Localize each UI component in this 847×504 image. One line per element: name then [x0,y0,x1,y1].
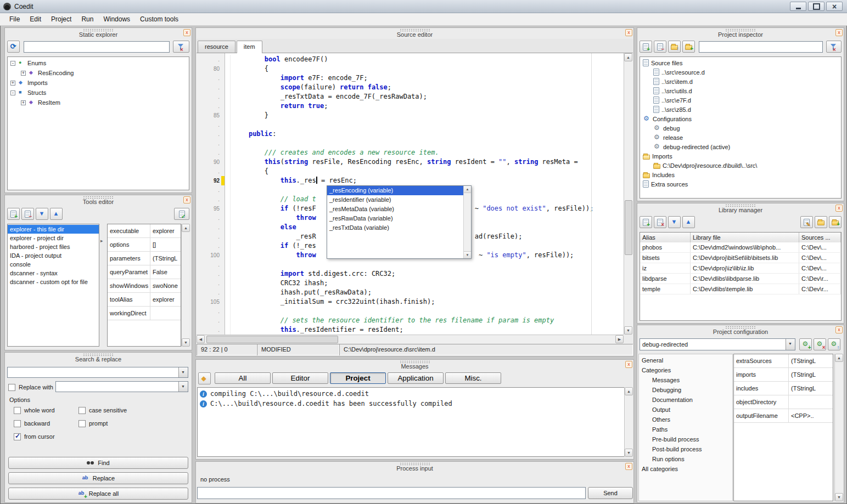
scroll-right-button[interactable]: ▶ [615,335,624,343]
grid-scrollbar[interactable]: ▲ ▼ [181,224,189,347]
replace-with-checkbox[interactable] [8,384,15,391]
dropdown-arrow-icon[interactable] [178,382,188,392]
property-row[interactable]: outputFilename <CPP>.. [734,409,833,423]
property-value[interactable]: swoNone [150,279,181,292]
editor-tab[interactable]: resource [198,41,235,53]
scrollbar-thumb[interactable] [625,200,632,255]
inspector-action-button[interactable] [682,41,695,53]
row-expander-icon[interactable]: ▸ [100,238,103,243]
close-panel-icon[interactable]: x [183,29,190,36]
category-tree-item[interactable]: Paths [639,424,732,434]
property-value[interactable]: (TStringL [789,368,833,381]
property-value[interactable]: <CPP>.. [789,409,833,422]
message-filter-button[interactable]: All [215,372,271,384]
tool-list-item[interactable]: explorer - project dir [8,234,99,242]
tool-list-item[interactable]: explorer - this file dir [8,225,99,234]
close-panel-icon[interactable]: x [625,463,632,470]
library-action-button[interactable] [654,216,666,228]
search-option[interactable]: backward [14,418,78,428]
property-row[interactable]: includes (TStringL [734,382,833,395]
configuration-action-button[interactable] [799,338,812,350]
code-line[interactable]: . import e7F: encode_7F; [197,73,624,83]
configuration-combo[interactable]: debug-redirected [640,338,795,350]
symbol-tree-item[interactable]: - Structs [8,88,189,98]
code-line[interactable]: 80 { [197,64,624,73]
completion-item[interactable]: _resEncoding (variable) [327,186,463,195]
menu-item[interactable]: Edit [25,14,46,25]
library-action-button[interactable] [668,216,681,228]
category-tree-item[interactable]: Others [639,415,732,424]
inspector-filter-input[interactable] [699,41,823,53]
dropdown-arrow-icon[interactable] [178,367,188,377]
clear-filter-button[interactable] [173,41,189,53]
completion-item[interactable]: _resIdentifier (variable) [327,195,463,205]
tree-expander-icon[interactable]: + [21,71,26,76]
library-row[interactable]: phobos C:\Dev\dmd2\windows\lib\phob... C… [640,242,841,253]
menu-item[interactable]: Custom tools [135,14,183,25]
search-option[interactable]: whole word [14,405,78,415]
project-tree-item[interactable]: release [640,133,841,142]
property-value[interactable]: (TStringL [789,382,833,395]
property-value[interactable]: False [150,265,181,279]
project-tree-item[interactable]: Source files [640,58,841,67]
messages-scrollbar[interactable]: ▲ ▼ [624,387,632,457]
option-checkbox[interactable] [14,433,21,440]
scroll-down-button[interactable]: ▼ [182,338,190,347]
editor-tab[interactable]: item [237,41,262,53]
tool-list-item[interactable]: dscanner - custom opt for file [8,278,99,286]
library-action-button[interactable] [682,216,695,228]
menu-item[interactable]: File [4,14,25,25]
property-row[interactable]: extraSources (TStringL [734,354,833,368]
category-tree-item[interactable]: Debugging [639,385,732,395]
code-line[interactable]: . [197,139,624,148]
scroll-down-button[interactable]: ▼ [625,449,633,457]
library-file-button[interactable] [815,216,827,228]
code-line[interactable]: . import std.digest.crc: CRC32; [197,269,624,279]
property-value[interactable]: [] [150,238,181,251]
category-tag-button[interactable] [198,372,211,384]
menu-item[interactable]: Run [76,14,98,25]
replace-term-combo[interactable] [55,381,188,392]
apply-tool-button[interactable] [174,208,189,220]
message-filter-button[interactable]: Application [388,372,444,384]
scrollbar-thumb[interactable] [206,336,338,343]
code-line[interactable]: . [197,307,624,316]
code-line[interactable]: . /// creates and encodes a new resource… [197,148,624,157]
search-option[interactable]: case sensitive [78,405,188,415]
completion-item[interactable]: _resMetaData (variable) [327,205,463,214]
code-line[interactable]: . this._resIdentifier = resIdent; [197,325,624,335]
option-checkbox[interactable] [78,407,86,414]
process-stdin-input[interactable] [197,487,586,499]
code-line[interactable]: . { [197,167,624,176]
inspector-action-button[interactable] [640,41,652,53]
property-row[interactable]: toolAlias explorer [108,293,181,307]
caption-button[interactable] [790,2,806,11]
scroll-up-button[interactable]: ▲ [835,354,843,362]
symbol-tree-item[interactable]: + ResItem [8,98,189,107]
title-bar[interactable]: Coedit [0,0,847,13]
property-row[interactable]: options [] [108,238,181,252]
column-header[interactable]: Library file [691,233,799,242]
tree-expander-icon[interactable]: + [10,81,15,86]
property-value[interactable]: (TStringL [150,252,181,265]
configuration-action-button[interactable] [814,338,826,350]
code-line[interactable]: 92 this._res = resEnc; [197,176,624,185]
close-panel-icon[interactable]: x [183,196,190,203]
project-tree-item[interactable]: Imports [640,151,841,161]
tool-action-button[interactable] [36,208,48,220]
message-row[interactable]: compiling C:\...\build\resource.d.coedit [198,389,632,399]
code-line[interactable]: . ihash.put(_resRawData); [197,288,624,297]
option-checkbox[interactable] [14,420,21,427]
code-line[interactable]: . CRC32 ihash; [197,279,624,288]
tool-action-button[interactable] [50,208,63,220]
code-line[interactable]: . bool encodee7F() [197,55,624,64]
property-row[interactable]: executable explorer [108,224,181,238]
scroll-up-button[interactable]: ▲ [625,387,633,395]
tree-expander-icon[interactable]: - [10,90,15,95]
category-tree-item[interactable]: All categories [639,464,732,474]
code-line[interactable]: 90 this(string resFile, ResEncoding resE… [197,157,624,167]
close-panel-icon[interactable]: x [625,361,632,368]
project-tree-item[interactable]: debug-redirected (active) [640,142,841,151]
inspector-action-button[interactable] [668,41,681,53]
project-tree-item[interactable]: ..\src\z85.d [640,105,841,114]
